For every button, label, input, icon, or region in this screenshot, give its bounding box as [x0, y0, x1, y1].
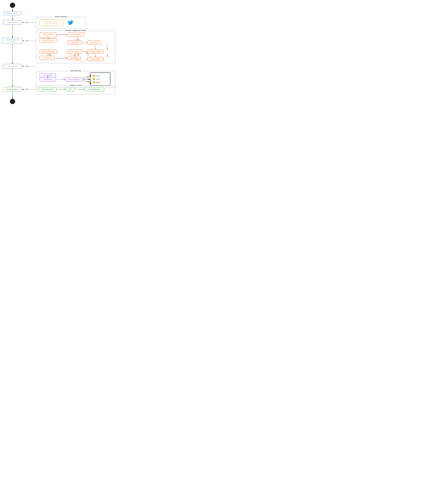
representation2-node: Representation — [67, 56, 81, 60]
preprocessing-stance-label: Pre-processing — [44, 75, 52, 76]
dataset-collection-node: Dataset collection — [3, 20, 22, 25]
train-classifiers-node: Train classifiers — [67, 49, 82, 54]
dataset-collection-label: Dataset collection — [7, 22, 18, 23]
lda-node: LDA — [65, 87, 75, 91]
favor-label: in favor — [96, 75, 101, 77]
hesitancy-box-title: Hesitancy reasons — [69, 84, 82, 86]
representation1-node: Representation — [87, 41, 101, 45]
representation-stance-label: Representation — [44, 78, 52, 80]
retrain-classifier-label: Retrain classifier — [91, 58, 100, 60]
representation2-label: Representation — [70, 57, 78, 59]
against-emoji: 😟 — [92, 81, 95, 84]
stance-results-box: 😊 in favor 😐 neutral 😟 against — [90, 72, 110, 86]
neutral-label: neutral — [96, 78, 100, 80]
hesitancy-analysis-node: Heistancy Analysis — [3, 87, 22, 92]
existing-cleaned-node: Existing cleaned dataset — [39, 49, 57, 54]
end-circle — [10, 99, 15, 104]
keywords-selection-label: Keywords selection — [7, 13, 18, 14]
lda-label: LDA — [69, 89, 72, 90]
representation-stance-node: Representation — [39, 77, 56, 81]
extract-annotation-node: Extract annotationdataset — [39, 32, 57, 38]
preprocessing1-label: Pre-processing — [71, 42, 79, 43]
train-classifiers-label: Train classifiers — [70, 51, 79, 52]
dataset-box-title: Dataset collection — [54, 16, 68, 18]
stance-classification-node: Stance classification — [65, 77, 83, 81]
against-result: 😟 against — [92, 81, 108, 84]
classifier-box-title: Classifier training and selection — [64, 30, 87, 31]
select-against-node: Select against tweets — [38, 87, 57, 91]
determining-reasons-label: Determining reasons — [89, 89, 100, 90]
dataset-annotation-label: Dataset annotation — [71, 34, 81, 35]
extract-cleaned-node: Extract cleaned dataset — [39, 38, 57, 43]
stance-detection-label: Stance detection — [8, 65, 17, 67]
existing-cleaned-label: Existing cleaned dataset — [41, 51, 55, 52]
evaluating-classifiers-label: Evaluating classifiers — [90, 51, 101, 52]
favor-result: 😊 in favor — [92, 75, 108, 77]
stance-detection-node: Stance detection — [3, 64, 22, 69]
neutral-result: 😐 neutral — [92, 78, 108, 80]
representation1-label: Representation — [90, 42, 98, 43]
classifier-training-node: Classifier training andselection — [2, 38, 22, 44]
preprocessing2-label: Pre-processing — [43, 57, 51, 59]
extract-annotation-label: Extract annotationdataset — [43, 33, 53, 37]
against-label: against — [96, 81, 100, 83]
dataset-annotation-node: Dataset annotation — [67, 32, 85, 37]
diagram-container: Keywords selection Dataset collection Cl… — [0, 0, 119, 133]
collect-tweets-label: Collect tweets from Twitterbased on the … — [44, 21, 59, 25]
start-circle — [10, 3, 15, 8]
classifier-training-label: Classifier training andselection — [6, 39, 19, 43]
determining-reasons-node: Determining reasons — [84, 87, 104, 91]
evaluating-classifiers-node: Evaluating classifiers — [87, 49, 104, 54]
twitter-bird-icon — [68, 20, 73, 26]
keywords-selection-node: Keywords selection — [4, 11, 21, 15]
favor-emoji: 😊 — [92, 75, 95, 77]
extract-cleaned-label: Extract cleaned dataset — [42, 40, 55, 41]
hesitancy-analysis-label: Heistancy Analysis — [7, 89, 18, 90]
preprocessing-stance-node: Pre-processing — [39, 73, 56, 78]
collect-tweets-node: Collect tweets from Twitterbased on the … — [39, 20, 63, 26]
neutral-emoji: 😐 — [92, 78, 95, 80]
retrain-classifier-node: Retrain classifier — [87, 57, 104, 61]
preprocessing2-node: Pre-processing — [39, 56, 55, 60]
stance-classification-label: Stance classification — [68, 78, 80, 80]
select-against-label: Select against tweets — [42, 89, 53, 90]
stance-box-title: Stance detection — [69, 70, 82, 72]
preprocessing1-node: Pre-processing — [67, 41, 82, 45]
